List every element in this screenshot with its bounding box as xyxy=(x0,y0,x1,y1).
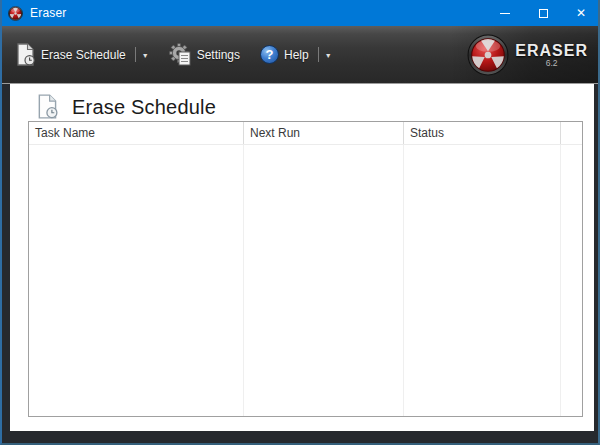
document-clock-icon xyxy=(16,43,36,67)
erase-schedule-button[interactable]: Erase Schedule xyxy=(16,43,126,67)
question-mark-icon: ? xyxy=(260,45,279,64)
gear-icon xyxy=(169,43,192,66)
column-header-filler xyxy=(561,122,582,144)
content-panel: Erase Schedule Task Name Next Run Status xyxy=(10,84,594,431)
toolbar-separator xyxy=(318,47,319,62)
column-divider xyxy=(243,145,244,416)
help-label: Help xyxy=(284,48,309,62)
table-body-empty[interactable] xyxy=(29,145,582,416)
eraser-app-window: Eraser ✕ Erase Schedule ▼ xyxy=(0,0,600,445)
help-button[interactable]: ? Help xyxy=(260,45,309,64)
column-header-task-name[interactable]: Task Name xyxy=(29,122,244,144)
settings-button[interactable]: Settings xyxy=(169,43,240,66)
schedule-table[interactable]: Task Name Next Run Status xyxy=(28,121,583,417)
settings-label: Settings xyxy=(197,48,240,62)
heading-row: Erase Schedule xyxy=(10,84,594,121)
minimize-button[interactable] xyxy=(486,0,524,26)
column-header-status[interactable]: Status xyxy=(404,122,561,144)
column-header-next-run[interactable]: Next Run xyxy=(244,122,404,144)
maximize-button[interactable] xyxy=(524,0,562,26)
maximize-icon xyxy=(539,9,548,18)
main-toolbar: Erase Schedule ▼ xyxy=(0,26,600,84)
close-icon: ✕ xyxy=(576,7,586,19)
window-title: Eraser xyxy=(30,6,67,20)
eraser-logo: ERASER 6.2 xyxy=(467,34,588,76)
toolbar-separator xyxy=(135,47,136,62)
page-title: Erase Schedule xyxy=(72,96,216,119)
erase-schedule-label: Erase Schedule xyxy=(41,48,126,62)
column-divider xyxy=(560,145,561,416)
column-divider xyxy=(403,145,404,416)
help-dropdown-arrow[interactable]: ▼ xyxy=(325,51,332,59)
logo-version: 6.2 xyxy=(546,58,558,68)
radiation-emblem-icon xyxy=(467,34,509,76)
erase-schedule-dropdown-arrow[interactable]: ▼ xyxy=(142,51,149,59)
table-header-row: Task Name Next Run Status xyxy=(29,122,582,145)
window-controls: ✕ xyxy=(486,0,600,26)
close-button[interactable]: ✕ xyxy=(562,0,600,26)
minimize-icon xyxy=(500,13,510,14)
erase-schedule-page-icon xyxy=(37,94,59,120)
title-bar: Eraser ✕ xyxy=(0,0,600,26)
app-icon xyxy=(8,6,23,21)
